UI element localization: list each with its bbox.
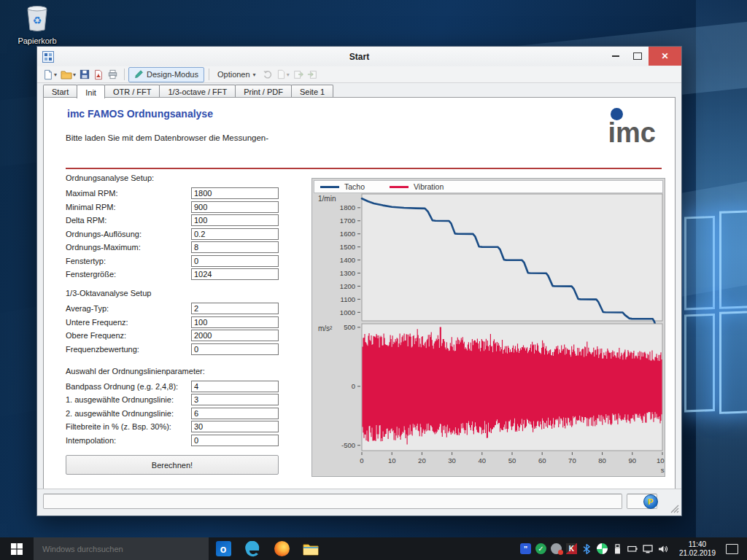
legend-label-tacho: Tacho xyxy=(344,182,365,191)
section-header: Auswahl der Ordnungslinienparameter: xyxy=(66,367,279,378)
window-app-icon xyxy=(42,51,54,63)
field-input-ordnungs-aufloesung[interactable] xyxy=(191,228,279,240)
field-input-ordnungslinie-1[interactable] xyxy=(191,394,279,405)
legend-item-tacho[interactable]: Tacho xyxy=(320,182,365,191)
svg-text:1500: 1500 xyxy=(340,243,355,251)
taskbar-app-edge[interactable] xyxy=(238,537,267,560)
save-button[interactable] xyxy=(78,68,91,81)
field-label: 2. ausgewählte Ordnungslinie: xyxy=(66,409,191,418)
print-button[interactable] xyxy=(106,68,120,81)
field-input-ordnungs-maximum[interactable] xyxy=(191,241,279,253)
optionen-button[interactable]: Optionen ▾ xyxy=(213,68,260,81)
search-input[interactable] xyxy=(34,544,197,554)
tab-print-pdf[interactable]: Print / PDF xyxy=(235,85,292,98)
minimize-button[interactable] xyxy=(605,47,627,66)
field-label: Fenstertyp: xyxy=(66,257,191,265)
import-button[interactable] xyxy=(292,68,305,81)
clock-time: 11:40 xyxy=(679,540,716,549)
tray-messaging-icon[interactable]: ” xyxy=(520,543,531,554)
resize-grip[interactable] xyxy=(670,505,679,513)
form-row: Bandpass Ordnung (e.g. 2,4,8): xyxy=(66,381,279,392)
tab-otr-fft[interactable]: OTR / FFT xyxy=(104,85,160,98)
start-button[interactable] xyxy=(0,537,34,560)
field-input-minimal-rpm[interactable] xyxy=(191,201,279,213)
page-button[interactable]: ▾ xyxy=(275,68,291,81)
tray-kaspersky-icon[interactable]: K xyxy=(566,543,577,554)
field-label: Intempolation: xyxy=(66,436,191,445)
page-icon xyxy=(276,69,286,79)
tray-volume-icon[interactable] xyxy=(658,543,669,554)
open-file-button[interactable]: ▾ xyxy=(59,68,77,81)
action-center-icon[interactable] xyxy=(726,544,738,554)
save-icon xyxy=(80,69,90,79)
maximize-button[interactable] xyxy=(627,47,649,66)
field-input-maximal-rpm[interactable] xyxy=(191,187,279,199)
field-label: Untere Frequenz: xyxy=(66,318,191,327)
close-button[interactable]: ✕ xyxy=(649,47,681,66)
field-input-averag-typ[interactable] xyxy=(191,303,279,314)
svg-text:1100: 1100 xyxy=(341,295,355,303)
field-input-filtebreite[interactable] xyxy=(191,421,279,432)
new-document-button[interactable]: ▾ xyxy=(42,68,58,81)
tab-third-octave-fft[interactable]: 1/3-octave / FFT xyxy=(159,85,236,98)
taskbar-search[interactable] xyxy=(34,537,209,560)
export-pdf-button[interactable] xyxy=(92,68,105,81)
field-input-frequenzbewertung[interactable] xyxy=(191,343,279,355)
window-title: Start xyxy=(37,52,681,62)
chevron-down-icon: ▾ xyxy=(73,71,76,78)
tab-init[interactable]: Init xyxy=(77,85,105,98)
tray-bluetooth-icon[interactable] xyxy=(581,543,592,554)
field-label: Filtebreite in % (z. Bsp. 30%): xyxy=(66,422,191,431)
file-explorer-icon xyxy=(303,542,319,556)
tray-sync-alert-icon[interactable] xyxy=(551,543,562,554)
field-input-untere-frequenz[interactable] xyxy=(191,316,279,328)
form-row: Ordnungs-Auflösung: xyxy=(66,228,279,240)
taskbar-app-outlook[interactable]: o xyxy=(209,537,238,560)
chevron-down-icon: ▾ xyxy=(253,71,256,78)
recycle-bin-desktop-icon[interactable]: ♻ Papierkorb xyxy=(10,4,64,45)
field-label: Obere Frequenz: xyxy=(66,331,191,340)
svg-text:1300: 1300 xyxy=(340,269,355,277)
firefox-icon xyxy=(274,541,290,556)
design-modus-button[interactable]: Design-Modus xyxy=(128,67,204,82)
legend-swatch-vibration xyxy=(390,186,409,188)
berechnen-button[interactable]: Berechnen! xyxy=(66,455,279,475)
field-input-delta-rpm[interactable] xyxy=(191,214,279,226)
pencil-icon xyxy=(134,70,144,79)
legend-item-vibration[interactable]: Vibration xyxy=(390,182,444,191)
clock-date: 21.02.2019 xyxy=(679,549,716,558)
field-label: 1. ausgewählte Ordnungslinie: xyxy=(66,395,191,404)
field-input-fenstergroesse[interactable] xyxy=(191,268,279,280)
design-modus-label: Design-Modus xyxy=(147,70,198,79)
svg-text:20: 20 xyxy=(418,456,426,464)
svg-text:0: 0 xyxy=(360,456,363,464)
taskbar-app-explorer[interactable] xyxy=(296,537,325,560)
instruction-text: Bitte laden Sie mit dem Datenbrowser die… xyxy=(66,133,268,142)
field-input-ordnungslinie-2[interactable] xyxy=(191,408,279,419)
field-label: Delta RPM: xyxy=(66,216,191,225)
field-input-intempolation[interactable] xyxy=(191,435,279,446)
field-input-obere-frequenz[interactable] xyxy=(191,330,279,341)
page-title: imc FAMOS Ordnungsanalyse xyxy=(67,108,213,120)
toolbar-separator xyxy=(209,69,209,80)
field-input-bandpass-ordnung[interactable] xyxy=(191,381,279,392)
taskbar-clock[interactable]: 11:40 21.02.2019 xyxy=(679,540,716,558)
undo-button[interactable] xyxy=(261,68,274,81)
window-titlebar[interactable]: Start ✕ xyxy=(37,47,681,67)
field-input-fenstertyp[interactable] xyxy=(191,255,279,267)
tab-start[interactable]: Start xyxy=(43,85,77,98)
svg-text:60: 60 xyxy=(538,456,546,464)
form-row: Maximal RPM: xyxy=(66,187,279,199)
tab-seite-1[interactable]: Seite 1 xyxy=(291,85,333,98)
svg-text:1700: 1700 xyxy=(340,217,355,225)
field-label: Bandpass Ordnung (e.g. 2,4,8): xyxy=(66,382,191,391)
taskbar-app-firefox[interactable] xyxy=(267,537,296,560)
export-button[interactable] xyxy=(306,68,319,81)
tray-battery-icon[interactable] xyxy=(627,543,638,554)
tray-antivirus-ok-icon[interactable]: ✓ xyxy=(535,543,546,554)
panel-p-badge-icon: P xyxy=(643,494,658,509)
form-row: Obere Frequenz: xyxy=(66,330,279,341)
tray-pinwheel-icon[interactable] xyxy=(597,543,608,554)
tray-usb-icon[interactable] xyxy=(612,543,623,554)
tray-network-icon[interactable] xyxy=(643,543,654,554)
